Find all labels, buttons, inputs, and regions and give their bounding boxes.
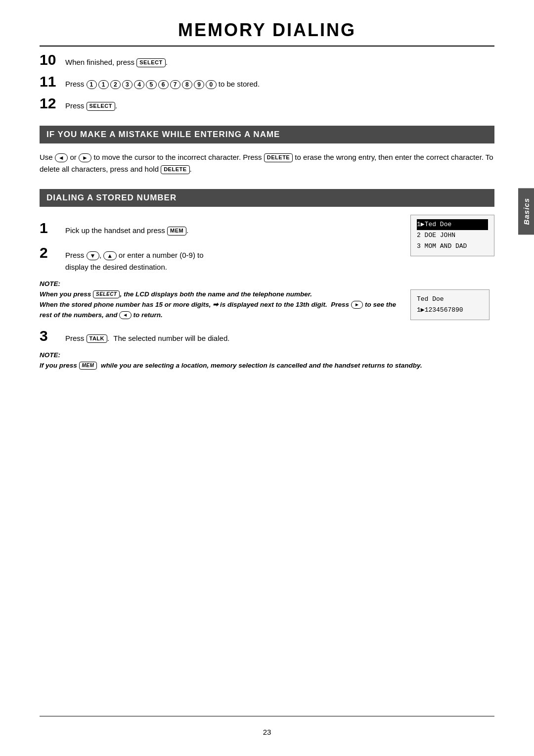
- step-11-keys: 1 1 2 3 4 5 6 7 8 9 0: [87, 80, 217, 90]
- step-dial-3: 3 Press TALK. The selected number will b…: [40, 329, 494, 344]
- section2-header: DIALING A STORED NUMBER: [40, 189, 494, 207]
- key-5: 5: [146, 80, 156, 90]
- section1-header: IF YOU MAKE A MISTAKE WHILE ENTERING A N…: [40, 126, 494, 143]
- key-0: 0: [206, 80, 216, 90]
- right-key-note: ►: [351, 301, 363, 309]
- step-dial-3-number: 3: [40, 329, 61, 343]
- lcd1-line1: 1▶Ted Doe: [417, 219, 488, 230]
- arrow-right-key: ►: [79, 153, 91, 163]
- note-2: NOTE: If you press MEM while you are sel…: [40, 351, 494, 371]
- left-key-note: ◄: [119, 311, 131, 319]
- delete-key-2: DELETE: [161, 165, 189, 174]
- step-dial-1-number: 1: [40, 221, 61, 236]
- key-6: 6: [158, 80, 169, 90]
- lcd1-line3: 3 MOM AND DAD: [417, 241, 488, 252]
- page-title: MEMORY DIALING: [40, 20, 494, 47]
- step-11-number: 11: [40, 74, 61, 89]
- step-dial-3-content: Press TALK. The selected number will be …: [65, 332, 494, 344]
- step-1-right: 1▶Ted Doe2 DOE JOHN3 MOM AND DAD: [410, 215, 494, 256]
- step-12-number: 12: [40, 96, 61, 111]
- step-dial-2-number: 2: [40, 245, 61, 260]
- step-12: 12 Press SELECT.: [40, 96, 494, 112]
- note-1: NOTE: When you press SELECT, the LCD dis…: [40, 280, 494, 321]
- lcd2-line2: 1▶1234567890: [417, 305, 483, 316]
- step-10-number: 10: [40, 52, 61, 67]
- key-3: 3: [122, 80, 133, 90]
- note-1-text: When you press SELECT, the LCD displays …: [40, 289, 400, 321]
- step-10-content: When finished, press SELECT.: [65, 56, 494, 68]
- step-dial-1-content: Pick up the handset and press MEM.: [65, 225, 400, 236]
- select-key-note: SELECT: [93, 290, 120, 298]
- key-2: 2: [110, 80, 121, 90]
- delete-key-1: DELETE: [264, 153, 293, 162]
- arrow-left-key: ◄: [55, 153, 68, 163]
- note-2-text: If you press MEM while you are selecting…: [40, 361, 494, 371]
- mem-key-note: MEM: [79, 362, 97, 370]
- key-4: 4: [134, 80, 144, 90]
- lcd2-line1: Ted Doe: [417, 294, 483, 305]
- bottom-divider: [40, 716, 494, 716]
- step-11-content: Press 1 1 2 3 4 5 6 7 8 9 0 to be stored…: [65, 78, 494, 90]
- key-8: 8: [182, 80, 192, 90]
- up-key: ▲: [103, 251, 116, 261]
- key-1a: 1: [87, 80, 97, 90]
- step-12-content: Press SELECT.: [65, 100, 494, 112]
- step-10: 10 When finished, press SELECT.: [40, 52, 494, 68]
- step-dial-1: 1 Pick up the handset and press MEM.: [40, 221, 400, 236]
- step-11: 11 Press 1 1 2 3 4 5 6 7 8 9 0 to be sto…: [40, 74, 494, 90]
- talk-key: TALK: [87, 334, 108, 343]
- lcd1-line2: 2 DOE JOHN: [417, 230, 488, 241]
- lcd-display-1: 1▶Ted Doe2 DOE JOHN3 MOM AND DAD: [410, 215, 494, 256]
- key-1b: 1: [98, 80, 109, 90]
- down-key: ▼: [87, 251, 99, 261]
- step-1-with-lcd: 1 Pick up the handset and press MEM. 2 P…: [40, 215, 494, 273]
- note-1-label: NOTE:: [40, 280, 494, 287]
- select-key-1: SELECT: [136, 58, 165, 67]
- step-dial-2: 2 Press ▼, ▲ or enter a number (0-9) to …: [40, 245, 400, 273]
- lcd-display-2: Ted Doe1▶1234567890: [410, 289, 490, 320]
- page-number: 23: [263, 728, 271, 736]
- note-2-label: NOTE:: [40, 351, 494, 359]
- select-key-2: SELECT: [87, 102, 115, 110]
- key-9: 9: [194, 80, 204, 90]
- section1-body: Use ◄ or ► to move the cursor to the inc…: [40, 151, 494, 175]
- key-7: 7: [170, 80, 180, 90]
- step-1-left: 1 Pick up the handset and press MEM. 2 P…: [40, 215, 400, 273]
- mem-key-1: MEM: [167, 227, 186, 235]
- step-dial-2-content: Press ▼, ▲ or enter a number (0-9) to di…: [65, 249, 400, 273]
